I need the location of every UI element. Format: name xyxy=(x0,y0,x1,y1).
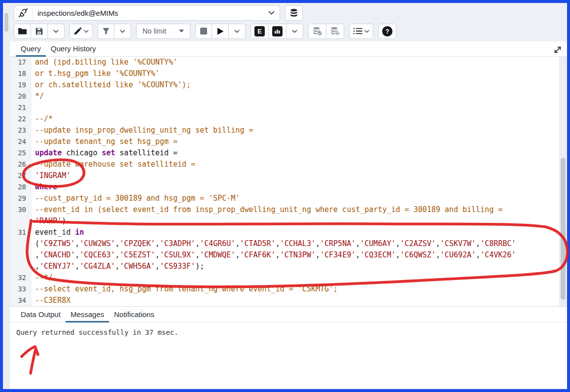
chevron-down-icon xyxy=(120,30,125,33)
edit-menu-button[interactable] xyxy=(70,24,93,39)
output-panel: Data Output Messages Notifications Query… xyxy=(10,306,567,389)
line-number: 26 xyxy=(10,159,32,170)
chevron-down-icon xyxy=(53,30,59,33)
code-line[interactable]: 17and (ipd.billing like '%COUNTY%' xyxy=(10,57,567,68)
code-line[interactable]: 26--update warehouse set satelliteid = xyxy=(10,159,567,170)
row-limit-value: No limit xyxy=(142,27,166,35)
code-text: and (ipd.billing like '%COUNTY%' xyxy=(32,57,178,68)
code-text: --/* xyxy=(32,113,53,125)
line-number: 27 xyxy=(10,170,32,181)
code-line[interactable]: 27'INGRAM' xyxy=(10,170,567,181)
numbered-list-icon xyxy=(353,27,362,35)
code-text: ('C9ZTW5','CUW2WS','CPZQEK','C3ADPH','C4… xyxy=(32,238,516,249)
open-file-button[interactable] xyxy=(14,24,31,39)
query-toolbar: No limit E xyxy=(14,23,563,39)
row-limit-select[interactable]: No limit xyxy=(136,24,190,39)
code-text: --update warehouse set satelliteid = xyxy=(32,159,195,170)
execute-button[interactable] xyxy=(212,24,229,39)
save-options-button[interactable] xyxy=(48,24,65,39)
editor-scrollbar-thumb[interactable] xyxy=(561,158,566,300)
line-number xyxy=(10,261,32,272)
code-line[interactable]: 30--event_id in (select event_id from in… xyxy=(10,204,567,215)
execute-options-button[interactable] xyxy=(229,24,246,39)
code-text: --event_id in (select event_id from insp… xyxy=(32,204,502,215)
code-text: ,'CENYJ7','CG4ZLA','CWH56A','CS933F'); xyxy=(32,261,204,272)
code-line[interactable]: ('C9ZTW5','CUW2WS','CPZQEK','C3ADPH','C4… xyxy=(10,238,567,249)
code-line[interactable]: 20*/ xyxy=(10,91,567,102)
code-line[interactable]: 25update chicago set satelliteid = xyxy=(10,147,567,159)
code-text: update chicago set satelliteid = xyxy=(32,147,178,159)
tab-data-output[interactable]: Data Output xyxy=(16,308,66,322)
expand-panel-button[interactable] xyxy=(553,45,562,54)
save-file-button[interactable] xyxy=(31,24,48,39)
code-line[interactable]: 31event_id in xyxy=(10,227,567,238)
chevron-down-icon xyxy=(84,30,89,33)
tab-messages[interactable]: Messages xyxy=(66,308,109,322)
window-left-scrollbar[interactable] xyxy=(3,3,10,389)
tab-notifications[interactable]: Notifications xyxy=(109,308,159,322)
line-number: 21 xyxy=(10,102,32,113)
line-number: 18 xyxy=(10,68,32,79)
pencil-icon xyxy=(73,27,82,36)
rollback-button[interactable] xyxy=(326,24,344,39)
line-number xyxy=(10,215,32,227)
sql-editor[interactable]: 17and (ipd.billing like '%COUNTY%'18or t… xyxy=(10,57,567,306)
code-line[interactable]: 34--C3ER8X xyxy=(10,295,567,306)
commit-button[interactable] xyxy=(308,24,326,39)
code-line[interactable]: 29--cust_party_id = 300189 and hsg_pgm =… xyxy=(10,193,567,204)
code-line[interactable]: 'RAHP') xyxy=(10,215,567,227)
window-left-scrollbar-thumb[interactable] xyxy=(4,13,8,32)
macros-button[interactable] xyxy=(349,24,373,39)
line-number: 34 xyxy=(10,295,32,306)
new-connection-button[interactable] xyxy=(285,5,303,21)
database-icon xyxy=(289,8,299,18)
code-text: */ xyxy=(32,91,44,102)
code-text: ,'CNACHD','CQCE63','C5EZST','CSUL9X','CM… xyxy=(32,249,516,261)
line-number: 17 xyxy=(10,57,32,68)
line-number: 29 xyxy=(10,193,32,204)
line-number: 28 xyxy=(10,181,32,193)
explain-analyze-button[interactable] xyxy=(269,24,286,39)
connection-dropdown[interactable]: inspections/edk@eMIMs xyxy=(14,5,280,21)
line-number: 22 xyxy=(10,113,32,125)
line-number: 23 xyxy=(10,125,32,136)
code-line[interactable]: 18or t.hsg_pgm like '%COUNTY%' xyxy=(10,68,567,79)
code-line[interactable]: 19or ch.satelliteid like '%COUNTY%'); xyxy=(10,79,567,91)
code-text: where xyxy=(32,181,57,193)
code-text: event_id in xyxy=(32,227,84,238)
help-button[interactable]: ? xyxy=(378,24,396,39)
query-result-message: Query returned successfully in 37 msec. xyxy=(10,322,567,336)
query-tabs-row: Query Query History xyxy=(10,41,567,57)
line-number: 30 xyxy=(10,204,32,215)
code-line[interactable]: ,'CNACHD','CQCE63','C5EZST','CSUL9X','CM… xyxy=(10,249,567,261)
tab-query-history[interactable]: Query History xyxy=(46,42,101,56)
line-number: 32 xyxy=(10,272,32,284)
chevron-down-icon xyxy=(263,6,280,20)
filter-button[interactable] xyxy=(98,24,114,39)
code-line[interactable]: 28where xyxy=(10,181,567,193)
stop-button[interactable] xyxy=(195,24,212,39)
caret-down-icon xyxy=(179,30,184,33)
tab-query[interactable]: Query xyxy=(16,42,46,56)
line-number xyxy=(10,249,32,261)
code-line[interactable]: 33--select event_id, hsg_pgm from tenant… xyxy=(10,284,567,295)
code-line[interactable]: 32--*/ xyxy=(10,272,567,284)
explain-button[interactable]: E xyxy=(250,24,269,39)
folder-icon xyxy=(18,27,27,35)
explain-e-icon: E xyxy=(254,26,265,36)
code-line[interactable]: 21 xyxy=(10,102,567,113)
filter-options-button[interactable] xyxy=(114,24,131,39)
pgadmin-query-tool-window: inspections/edk@eMIMs xyxy=(0,0,570,392)
code-line[interactable]: 24--update tenant_ng set hsg_pgm = xyxy=(10,136,567,147)
explain-options-button[interactable] xyxy=(286,24,303,39)
code-lines: 17and (ipd.billing like '%COUNTY%'18or t… xyxy=(10,57,567,306)
code-line[interactable]: ,'CENYJ7','CG4ZLA','CWH56A','CS933F'); xyxy=(10,261,567,272)
line-number: 24 xyxy=(10,136,32,147)
db-commit-icon xyxy=(312,27,322,36)
code-text: --*/ xyxy=(32,272,53,284)
code-text: --C3ER8X xyxy=(32,295,71,306)
code-line[interactable]: 22--/* xyxy=(10,113,567,125)
line-number: 33 xyxy=(10,284,32,295)
editor-scrollbar[interactable] xyxy=(559,57,567,306)
code-line[interactable]: 23--update insp_prop_dwelling_unit_ng se… xyxy=(10,125,567,136)
